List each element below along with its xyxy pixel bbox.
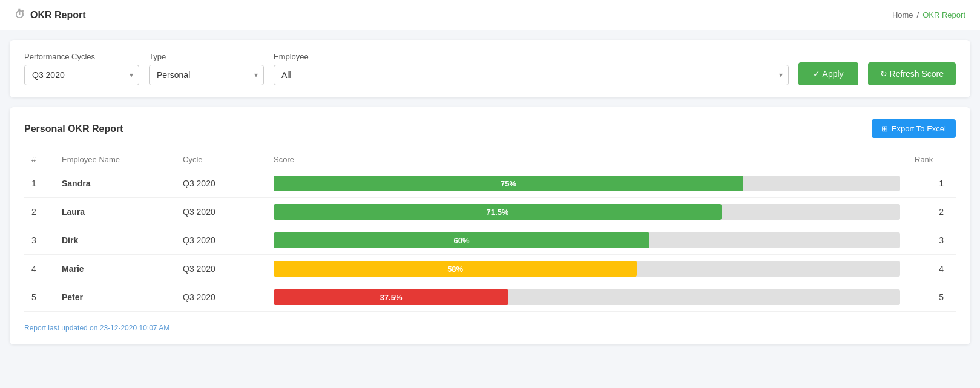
table-row: 5 Peter Q3 2020 37.5% 5 [24,283,956,312]
report-title: Personal OKR Report [24,123,123,134]
cell-num: 2 [24,198,54,226]
cell-score: 71.5% [266,198,907,226]
refresh-score-button[interactable]: ↻ Refresh Score [868,62,956,85]
cell-rank: 5 [907,283,956,312]
employee-group: Employee All Sandra Laura Dirk Marie Pet… [274,52,789,85]
cell-name: Peter [54,283,176,312]
top-bar: ⏱ OKR Report Home / OKR Report [0,0,980,30]
filter-row: Performance Cycles Q3 2020 Q4 2020 Q1 20… [24,52,956,85]
cell-cycle: Q3 2020 [176,226,266,255]
score-bar: 58% [274,261,637,277]
cell-num: 4 [24,255,54,283]
table-row: 3 Dirk Q3 2020 60% 3 [24,226,956,255]
table-header: # Employee Name Cycle Score Rank [24,150,956,169]
cell-rank: 3 [907,226,956,255]
cell-cycle: Q3 2020 [176,255,266,283]
cell-score: 58% [266,255,907,283]
breadcrumb-separator: / [917,10,919,19]
filter-panel: Performance Cycles Q3 2020 Q4 2020 Q1 20… [10,40,970,97]
score-bar-container: 37.5% [274,289,900,305]
type-wrapper: Personal Team Company [149,65,264,85]
cell-name: Sandra [54,169,176,198]
cell-name: Marie [54,255,176,283]
performance-cycles-label: Performance Cycles [24,52,139,61]
cell-cycle: Q3 2020 [176,198,266,226]
table-body: 1 Sandra Q3 2020 75% 1 2 Laura Q3 2020 7… [24,169,956,312]
col-header-name: Employee Name [54,150,176,169]
export-to-excel-button[interactable]: ⊞ Export To Excel [872,119,956,138]
score-bar-container: 60% [274,232,900,248]
employee-select[interactable]: All Sandra Laura Dirk Marie Peter [274,65,789,85]
cell-score: 37.5% [266,283,907,312]
score-bar: 60% [274,232,649,248]
score-bar-container: 71.5% [274,204,900,220]
page-title-bar: ⏱ OKR Report [15,8,86,21]
cell-score: 60% [266,226,907,255]
cell-num: 3 [24,226,54,255]
breadcrumb: Home / OKR Report [892,10,965,19]
employee-label: Employee [274,52,789,61]
export-icon: ⊞ [881,124,888,133]
performance-cycles-select[interactable]: Q3 2020 Q4 2020 Q1 2021 [24,65,139,85]
page-title: OKR Report [30,10,86,21]
cell-cycle: Q3 2020 [176,169,266,198]
score-bar-container: 75% [274,176,900,191]
cell-num: 1 [24,169,54,198]
type-group: Type Personal Team Company [149,52,264,85]
col-header-cycle: Cycle [176,150,266,169]
score-bar: 75% [274,176,743,191]
cell-name: Dirk [54,226,176,255]
score-bar: 37.5% [274,289,508,305]
employee-wrapper: All Sandra Laura Dirk Marie Peter [274,65,789,85]
table-row: 1 Sandra Q3 2020 75% 1 [24,169,956,198]
type-label: Type [149,52,264,61]
table-row: 4 Marie Q3 2020 58% 4 [24,255,956,283]
report-panel: Personal OKR Report ⊞ Export To Excel # … [10,107,970,344]
performance-cycles-wrapper: Q3 2020 Q4 2020 Q1 2021 [24,65,139,85]
report-header: Personal OKR Report ⊞ Export To Excel [24,119,956,138]
breadcrumb-home[interactable]: Home [892,10,913,19]
score-bar-container: 58% [274,261,900,277]
cell-score: 75% [266,169,907,198]
col-header-num: # [24,150,54,169]
export-label: Export To Excel [892,124,946,133]
report-table: # Employee Name Cycle Score Rank 1 Sandr… [24,150,956,312]
cell-rank: 2 [907,198,956,226]
cell-name: Laura [54,198,176,226]
col-header-rank: Rank [907,150,956,169]
clock-icon: ⏱ [15,8,25,21]
table-header-row: # Employee Name Cycle Score Rank [24,150,956,169]
performance-cycles-group: Performance Cycles Q3 2020 Q4 2020 Q1 20… [24,52,139,85]
type-select[interactable]: Personal Team Company [149,65,264,85]
cell-rank: 4 [907,255,956,283]
apply-button[interactable]: ✓ Apply [798,62,858,85]
cell-cycle: Q3 2020 [176,283,266,312]
score-bar: 71.5% [274,204,722,220]
cell-num: 5 [24,283,54,312]
col-header-score: Score [266,150,907,169]
breadcrumb-current: OKR Report [922,10,965,19]
cell-rank: 1 [907,169,956,198]
report-footer: Report last updated on 23-12-2020 10:07 … [24,324,956,332]
table-row: 2 Laura Q3 2020 71.5% 2 [24,198,956,226]
